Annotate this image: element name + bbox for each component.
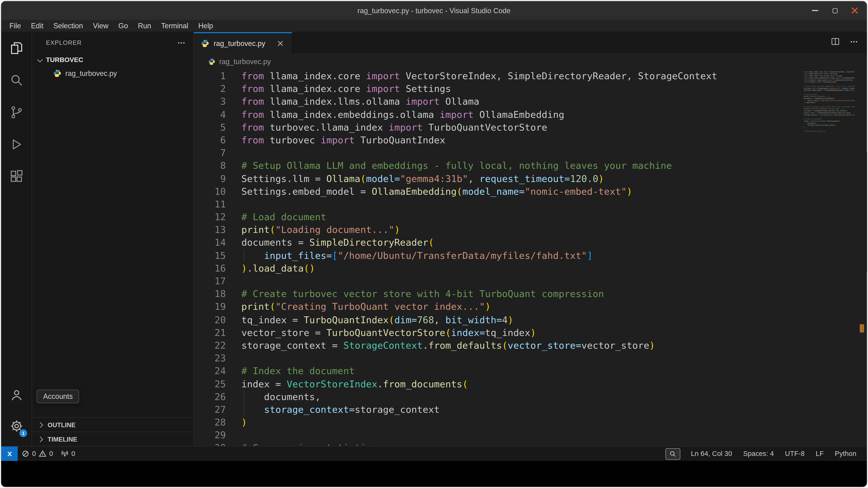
accounts-icon[interactable] bbox=[1, 380, 32, 411]
code-line-15[interactable]: 15 input_files=["/home/Ubuntu/TransferDa… bbox=[194, 250, 867, 262]
error-icon bbox=[22, 450, 30, 458]
minimap[interactable]: from llama_index.core import VectorStore… bbox=[804, 71, 855, 446]
code-line-18[interactable]: 18# Create turbovec vector store with 4-… bbox=[194, 288, 867, 300]
line-number: 5 bbox=[194, 121, 226, 134]
ports-indicator[interactable]: 0 bbox=[57, 447, 79, 461]
warning-icon bbox=[39, 450, 46, 458]
code-editor[interactable]: 1from llama_index.core import VectorStor… bbox=[194, 70, 867, 446]
more-actions-icon[interactable] bbox=[850, 37, 858, 48]
code-line-9[interactable]: 9Settings.llm = Ollama(model="gemma4:31b… bbox=[194, 172, 867, 185]
code-line-27[interactable]: 27 storage_context=storage_context bbox=[194, 403, 867, 416]
language-indicator[interactable]: Python bbox=[831, 450, 860, 458]
code-line-30[interactable]: 30# Compression statistics bbox=[194, 442, 867, 446]
chevron-down-icon bbox=[37, 57, 43, 62]
code-line-1[interactable]: 1from llama_index.core import VectorStor… bbox=[194, 70, 867, 83]
extensions-icon[interactable] bbox=[1, 161, 32, 193]
restore-button[interactable] bbox=[830, 6, 839, 15]
minimize-icon bbox=[812, 10, 818, 11]
code-line-23[interactable]: 23 bbox=[194, 352, 867, 365]
code-line-26[interactable]: 26 documents, bbox=[194, 390, 867, 403]
line-number: 20 bbox=[194, 314, 226, 326]
indentation-indicator[interactable]: Spaces: 4 bbox=[739, 450, 778, 458]
code-line-21[interactable]: 21vector_store = TurboQuantVectorStore(i… bbox=[194, 326, 867, 339]
line-number: 17 bbox=[194, 275, 226, 288]
views-more-icon[interactable] bbox=[177, 38, 185, 47]
line-number: 24 bbox=[194, 365, 226, 378]
cursor-position[interactable]: Ln 64, Col 30 bbox=[687, 450, 736, 458]
zoom-indicator[interactable] bbox=[665, 448, 680, 459]
code-text: from llama_index.core import VectorStore… bbox=[241, 70, 717, 83]
close-button[interactable] bbox=[850, 6, 859, 15]
ports-count: 0 bbox=[71, 450, 75, 458]
breadcrumb-item[interactable]: rag_turbovec.py bbox=[219, 57, 271, 66]
minimize-button[interactable] bbox=[810, 6, 819, 15]
menu-item-go[interactable]: Go bbox=[114, 20, 133, 31]
code-line-28[interactable]: 28) bbox=[194, 416, 867, 429]
line-number: 12 bbox=[194, 211, 226, 224]
menu-item-help[interactable]: Help bbox=[193, 20, 218, 31]
activity-bar-bottom: 1 bbox=[1, 380, 32, 446]
code-line-10[interactable]: 10Settings.embed_model = OllamaEmbedding… bbox=[194, 185, 867, 198]
code-line-8[interactable]: 8# Setup Ollama LLM and embeddings - ful… bbox=[194, 160, 867, 172]
code-text: from llama_index.llms.ollama import Olla… bbox=[241, 96, 479, 108]
encoding-indicator[interactable]: UTF-8 bbox=[781, 450, 809, 458]
code-line-14[interactable]: 14documents = SimpleDirectoryReader( bbox=[194, 236, 867, 249]
settings-badge: 1 bbox=[19, 429, 27, 437]
menu-item-terminal[interactable]: Terminal bbox=[156, 20, 193, 31]
file-item[interactable]: rag_turbovec.py bbox=[32, 66, 193, 80]
sidebar-section-outline[interactable]: OUTLINE bbox=[32, 417, 193, 432]
menu-item-edit[interactable]: Edit bbox=[26, 20, 49, 31]
sidebar-section-timeline[interactable]: TIMELINE bbox=[32, 432, 193, 446]
code-line-6[interactable]: 6from turbovec import TurboQuantIndex bbox=[194, 134, 867, 147]
code-line-5[interactable]: 5from turbovec.llama_index import TurboQ… bbox=[194, 121, 867, 134]
code-line-22[interactable]: 22storage_context = StorageContext.from_… bbox=[194, 339, 867, 352]
code-text: # Setup Ollama LLM and embeddings - full… bbox=[241, 160, 672, 172]
breadcrumb[interactable]: rag_turbovec.py bbox=[194, 53, 867, 69]
code-line-2[interactable]: 2from llama_index.core import Settings bbox=[194, 83, 867, 95]
code-line-3[interactable]: 3from llama_index.llms.ollama import Oll… bbox=[194, 96, 867, 108]
tab-rag-turbovec[interactable]: rag_turbovec.py bbox=[194, 32, 292, 53]
code-line-11[interactable]: 11 bbox=[194, 198, 867, 211]
code-line-16[interactable]: 16).load_data() bbox=[194, 262, 867, 275]
line-number: 27 bbox=[194, 403, 226, 416]
line-number: 26 bbox=[194, 390, 226, 403]
source-control-icon[interactable] bbox=[1, 96, 32, 128]
menu-item-file[interactable]: File bbox=[4, 20, 26, 31]
code-text: storage_context = StorageContext.from_de… bbox=[241, 339, 655, 352]
tab-close-icon[interactable] bbox=[277, 40, 283, 46]
settings-gear-icon[interactable]: 1 bbox=[1, 411, 32, 441]
status-bar: 0 0 0 Ln 64, Col 30 Spaces: 4 UTF-8 LF P… bbox=[1, 446, 867, 461]
code-line-29[interactable]: 29 bbox=[194, 429, 867, 442]
menu-item-view[interactable]: View bbox=[88, 20, 114, 31]
folder-section-turbovec[interactable]: TURBOVEC bbox=[32, 53, 193, 66]
code-line-7[interactable]: 7 bbox=[194, 147, 867, 159]
menu-item-run[interactable]: Run bbox=[133, 20, 156, 31]
code-line-25[interactable]: 25index = VectorStoreIndex.from_document… bbox=[194, 378, 867, 390]
chevron-right-icon bbox=[37, 422, 43, 428]
menu-bar: FileEditSelectionViewGoRunTerminalHelp bbox=[1, 20, 867, 32]
split-editor-icon[interactable] bbox=[831, 37, 840, 48]
remote-indicator[interactable] bbox=[1, 447, 18, 461]
window-title: rag_turbovec.py - turbovec - Visual Stud… bbox=[1, 1, 867, 20]
file-name: rag_turbovec.py bbox=[65, 69, 117, 77]
search-icon[interactable] bbox=[1, 64, 32, 96]
code-line-24[interactable]: 24# Index the document bbox=[194, 365, 867, 378]
problems-indicator[interactable]: 0 0 bbox=[18, 447, 57, 461]
code-text: vector_store = TurboQuantVectorStore(ind… bbox=[241, 326, 536, 339]
line-number: 15 bbox=[194, 250, 226, 262]
code-text: # Compression statistics bbox=[241, 442, 377, 446]
eol-indicator[interactable]: LF bbox=[812, 450, 828, 458]
run-debug-icon[interactable] bbox=[1, 128, 32, 160]
code-text: from llama_index.core import Settings bbox=[241, 83, 451, 95]
code-line-12[interactable]: 12# Load document bbox=[194, 211, 867, 224]
explorer-icon[interactable] bbox=[1, 32, 32, 64]
activity-bar: 1 bbox=[1, 32, 32, 446]
code-line-13[interactable]: 13print("Loading document...") bbox=[194, 224, 867, 236]
code-line-4[interactable]: 4from llama_index.embeddings.ollama impo… bbox=[194, 108, 867, 121]
code-line-20[interactable]: 20tq_index = TurboQuantIndex(dim=768, bi… bbox=[194, 314, 867, 326]
code-line-17[interactable]: 17 bbox=[194, 275, 867, 288]
code-line-19[interactable]: 19print("Creating TurboQuant vector inde… bbox=[194, 300, 867, 313]
menu-item-selection[interactable]: Selection bbox=[49, 20, 88, 31]
line-number: 14 bbox=[194, 236, 226, 249]
code-text: from llama_index.embeddings.ollama impor… bbox=[241, 108, 564, 121]
